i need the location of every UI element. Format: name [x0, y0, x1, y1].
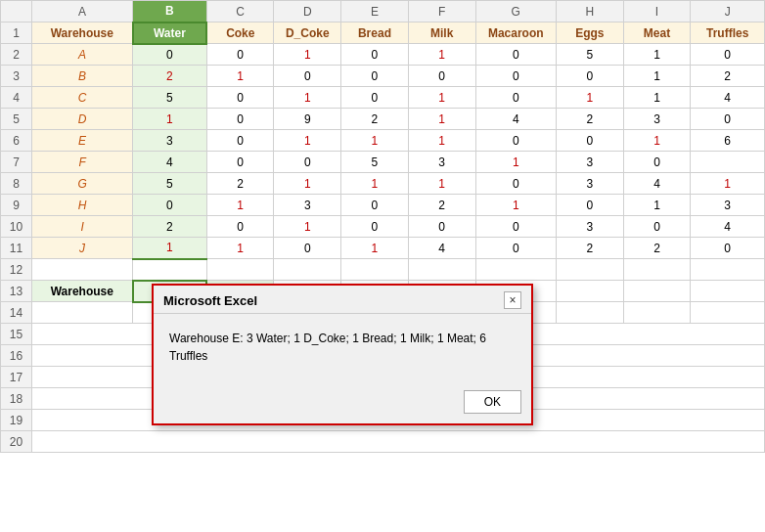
header-eggs: Eggs [556, 22, 623, 44]
col-e-header[interactable]: E [341, 1, 409, 22]
col-d-header[interactable]: D [274, 1, 341, 22]
row-10: 10 I 2 0 1 0 0 0 3 0 4 [1, 216, 765, 238]
row-20: 20 [1, 431, 765, 453]
dialog-title: Microsoft Excel [163, 293, 257, 308]
corner-cell [1, 1, 32, 22]
row13-warehouse-label: Warehouse [32, 281, 133, 302]
row-12: 12 [1, 259, 765, 281]
row-7: 7 F 4 0 0 5 3 1 3 0 [1, 152, 765, 173]
header-milk: Milk [408, 22, 475, 44]
col-f-header[interactable]: F [408, 1, 475, 22]
header-bread: Bread [341, 22, 409, 44]
row-4: 4 C 5 0 1 0 1 0 1 1 4 [1, 87, 765, 109]
dialog-body: Warehouse E: 3 Water; 1 D_Coke; 1 Bread;… [154, 314, 531, 390]
header-water: Water [133, 22, 207, 44]
row-6: 6 E 3 0 1 1 1 0 0 1 6 [1, 130, 765, 152]
row-1: 1 Warehouse Water Coke D_Coke Bread Milk… [1, 22, 765, 44]
col-h-header[interactable]: H [556, 1, 623, 22]
header-coke: Coke [206, 22, 274, 44]
dialog-footer: OK [154, 390, 531, 423]
row-num-1: 1 [1, 22, 32, 44]
header-d-coke: D_Coke [274, 22, 341, 44]
dialog-ok-button[interactable]: OK [464, 390, 521, 414]
header-truffles: Truffles [691, 22, 765, 44]
row-11: 11 J 1 1 0 1 4 0 2 2 0 [1, 238, 765, 259]
header-warehouse: Warehouse [32, 22, 133, 44]
col-g-header[interactable]: G [475, 1, 556, 22]
row-9: 9 H 0 1 3 0 2 1 0 1 3 [1, 195, 765, 216]
excel-dialog: Microsoft Excel × Warehouse E: 3 Water; … [152, 284, 533, 425]
col-a-header[interactable]: A [32, 1, 133, 22]
col-i-header[interactable]: I [623, 1, 691, 22]
dialog-close-button[interactable]: × [504, 291, 521, 309]
dialog-titlebar: Microsoft Excel × [154, 286, 531, 314]
col-j-header[interactable]: J [691, 1, 765, 22]
row-8: 8 G 5 2 1 1 1 0 3 4 1 [1, 173, 765, 195]
row-5: 5 D 1 0 9 2 1 4 2 3 0 [1, 109, 765, 130]
col-header-row: A B C D E F G H I J [1, 1, 765, 22]
dialog-message: Warehouse E: 3 Water; 1 D_Coke; 1 Bread;… [169, 330, 516, 365]
row-2: 2 A 0 0 1 0 1 0 5 1 0 [1, 44, 765, 66]
row-3: 3 B 2 1 0 0 0 0 0 1 2 [1, 66, 765, 87]
col-b-header[interactable]: B [133, 1, 207, 22]
header-macaroon: Macaroon [475, 22, 556, 44]
col-c-header[interactable]: C [206, 1, 274, 22]
header-meat: Meat [623, 22, 691, 44]
